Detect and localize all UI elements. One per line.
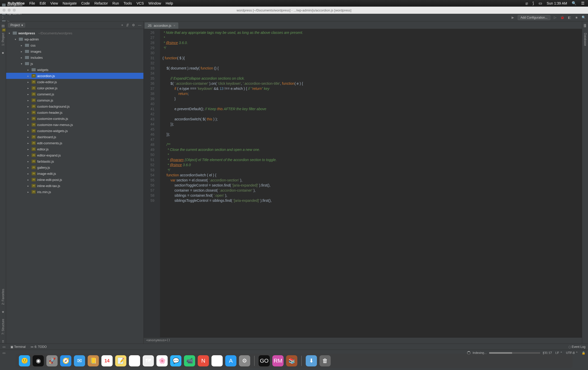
menu-tools[interactable]: Tools bbox=[124, 1, 132, 5]
tree-item-custom-background-js[interactable]: ▸JScustom-background.js bbox=[6, 103, 143, 109]
code-area[interactable]: * Note that any appropriate tags may be … bbox=[160, 29, 582, 337]
expand-arrow-icon[interactable]: ▸ bbox=[28, 154, 30, 157]
dock-calendar-icon[interactable]: 14 bbox=[101, 355, 113, 366]
left-tab-project[interactable]: 1: Project bbox=[1, 33, 5, 46]
dock-appstore-icon[interactable]: A bbox=[225, 355, 236, 366]
close-icon[interactable]: × bbox=[173, 24, 176, 27]
dock-notes-icon[interactable]: 📝 bbox=[115, 355, 126, 366]
clock[interactable]: Sun 1:39 AM bbox=[547, 1, 567, 5]
gear-icon[interactable]: ⚙ bbox=[132, 23, 135, 27]
dock-maps-icon[interactable]: 🗺 bbox=[143, 355, 154, 366]
tree-item-farbtastic-js[interactable]: ▸JSfarbtastic.js bbox=[6, 158, 143, 164]
expand-arrow-icon[interactable]: ▸ bbox=[28, 68, 30, 71]
search-everywhere-icon[interactable]: 🔍 bbox=[581, 15, 586, 20]
tree-item-color-picker-js[interactable]: ▸JScolor-picker.js bbox=[6, 85, 143, 91]
coverage-icon[interactable]: ◧ bbox=[567, 15, 572, 20]
expand-arrow-icon[interactable]: ▸ bbox=[21, 56, 23, 59]
right-tab-database[interactable]: Database bbox=[583, 33, 587, 46]
expand-arrow-icon[interactable]: ▸ bbox=[28, 130, 30, 132]
dock-books-icon[interactable]: 📚 bbox=[286, 355, 297, 366]
editor-breadcrumb[interactable]: <anonymous>() bbox=[144, 337, 582, 344]
expand-arrow-icon[interactable]: ▸ bbox=[28, 87, 30, 90]
tree-item-images[interactable]: ▸images bbox=[6, 48, 143, 54]
editor-tab-accordion[interactable]: JS accordion.js × bbox=[145, 22, 178, 29]
expand-arrow-icon[interactable]: ▸ bbox=[28, 148, 30, 151]
dock-safari-icon[interactable]: 🧭 bbox=[60, 355, 71, 366]
tree-item-js[interactable]: ▾js bbox=[6, 61, 143, 67]
debug-icon[interactable]: 🐞 bbox=[560, 15, 565, 20]
tree-item-wp-admin[interactable]: ▾wp-admin bbox=[6, 36, 143, 42]
stop-icon[interactable]: ■ bbox=[574, 15, 579, 20]
dock-news-icon[interactable]: N bbox=[198, 355, 209, 366]
menu-icon[interactable]: ☰ bbox=[581, 1, 584, 6]
menu-edit[interactable]: Edit bbox=[39, 1, 46, 5]
tree-item-widgets[interactable]: ▸widgets bbox=[6, 67, 143, 73]
toolbox-icon[interactable]: ⟆ bbox=[532, 1, 534, 6]
expand-arrow-icon[interactable]: ▸ bbox=[28, 93, 30, 96]
menu-help[interactable]: Help bbox=[166, 1, 173, 5]
expand-arrow-icon[interactable]: ▾ bbox=[15, 38, 17, 41]
dock-goland-icon[interactable]: GO bbox=[259, 355, 270, 366]
tree-item-common-js[interactable]: ▸JScommon.js bbox=[6, 97, 143, 103]
tree-item-editor-js[interactable]: ▸JSeditor.js bbox=[6, 146, 143, 152]
event-log-button[interactable]: ◌ Event Log bbox=[568, 345, 585, 349]
expand-arrow-icon[interactable]: ▸ bbox=[28, 172, 30, 175]
menu-vcs[interactable]: VCS bbox=[137, 1, 144, 5]
expand-arrow-icon[interactable]: ▸ bbox=[28, 160, 30, 163]
expand-arrow-icon[interactable]: ▸ bbox=[28, 105, 30, 108]
project-view-selector[interactable]: Project ▾ bbox=[8, 23, 25, 27]
menu-code[interactable]: Code bbox=[81, 1, 90, 5]
hide-icon[interactable]: — bbox=[138, 23, 141, 27]
bookmark-icon[interactable]: ■ bbox=[2, 51, 4, 55]
expand-arrow-icon[interactable]: ▸ bbox=[21, 44, 23, 47]
terminal-button[interactable]: ▣ Terminal bbox=[10, 345, 25, 349]
zoom-window-button[interactable] bbox=[13, 9, 16, 12]
tree-item-customize-nav-menus-js[interactable]: ▸JScustomize-nav-menus.js bbox=[6, 122, 143, 128]
dock-launchpad-icon[interactable]: 🚀 bbox=[46, 355, 58, 366]
expand-arrow-icon[interactable]: ▸ bbox=[28, 184, 30, 187]
left-tab-structure[interactable]: 7: Structure bbox=[1, 319, 5, 335]
tree-item-edit-comments-js[interactable]: ▸JSedit-comments.js bbox=[6, 140, 143, 146]
spotlight-icon[interactable]: 🔍 bbox=[572, 1, 577, 6]
tree-item-editor-expand-js[interactable]: ▸JSeditor-expand.js bbox=[6, 152, 143, 158]
dock-itunes-icon[interactable]: ♪ bbox=[211, 355, 223, 366]
dock-finder-icon[interactable]: 🙂 bbox=[19, 355, 30, 366]
dock-messages-icon[interactable]: 💬 bbox=[170, 355, 181, 366]
expand-arrow-icon[interactable]: ▸ bbox=[28, 111, 30, 114]
tree-item-iris-min-js[interactable]: ▸JSiris.min.js bbox=[6, 189, 143, 195]
dock-siri-icon[interactable]: ◉ bbox=[33, 355, 44, 366]
expand-arrow-icon[interactable]: ▸ bbox=[28, 99, 30, 102]
expand-arrow-icon[interactable]: ▸ bbox=[28, 136, 30, 138]
expand-arrow-icon[interactable]: ▸ bbox=[28, 123, 30, 126]
dock-trash-icon[interactable]: 🗑 bbox=[319, 355, 331, 366]
minimize-window-button[interactable] bbox=[8, 9, 11, 12]
tree-item-gallery-js[interactable]: ▸JSgallery.js bbox=[6, 164, 143, 170]
expand-arrow-icon[interactable]: ▸ bbox=[28, 75, 30, 77]
tree-item-accordion-js[interactable]: ▸JSaccordion.js bbox=[6, 73, 143, 79]
dock-photos-icon[interactable]: 🌸 bbox=[156, 355, 168, 366]
close-window-button[interactable] bbox=[3, 9, 6, 12]
dock-facetime-icon[interactable]: 📹 bbox=[184, 355, 195, 366]
todo-button[interactable]: ≔ 6: TODO bbox=[31, 345, 47, 349]
build-icon[interactable]: ▶ bbox=[511, 15, 515, 20]
dock-rubymine-icon[interactable]: RM bbox=[272, 355, 284, 366]
displays-icon[interactable]: ▭ bbox=[539, 1, 542, 6]
expand-arrow-icon[interactable]: ▸ bbox=[28, 178, 30, 181]
tree-item-customize-controls-js[interactable]: ▸JScustomize-controls.js bbox=[6, 116, 143, 122]
menu-view[interactable]: View bbox=[50, 1, 58, 5]
dock-contacts-icon[interactable]: 📒 bbox=[88, 355, 99, 366]
tree-item-comment-js[interactable]: ▸JScomment.js bbox=[6, 91, 143, 97]
project-tool-icon[interactable]: ▤ bbox=[2, 24, 5, 28]
dock-reminders-icon[interactable]: ☑ bbox=[129, 355, 140, 366]
menu-run[interactable]: Run bbox=[112, 1, 119, 5]
expand-arrow-icon[interactable]: ▸ bbox=[28, 191, 30, 193]
dock-mail-icon[interactable]: ✉ bbox=[74, 355, 85, 366]
tree-item-inline-edit-tax-js[interactable]: ▸JSinline-edit-tax.js bbox=[6, 183, 143, 189]
tree-item-code-editor-js[interactable]: ▸JScode-editor.js bbox=[6, 79, 143, 85]
expand-arrow-icon[interactable]: ▸ bbox=[28, 81, 30, 83]
quick-panel-icon[interactable]: ▭ bbox=[3, 351, 5, 355]
project-tree[interactable]: ▾wordpress~/Documents/wordpres▾wp-admin▸… bbox=[6, 29, 143, 344]
expand-arrow-icon[interactable]: ▸ bbox=[28, 166, 30, 169]
fold-gutter[interactable] bbox=[156, 29, 160, 337]
lock-icon[interactable]: 🔒 bbox=[582, 351, 585, 355]
